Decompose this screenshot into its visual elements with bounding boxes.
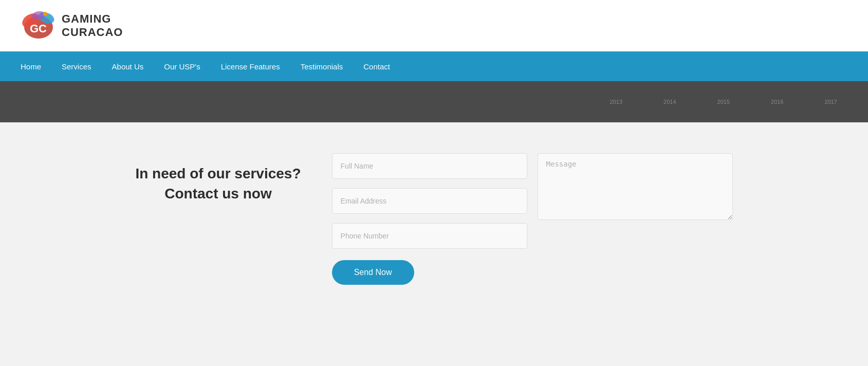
contact-heading-line1: In need of our services?	[135, 166, 301, 181]
message-textarea[interactable]	[538, 153, 733, 220]
nav-bar: Home Services About Us Our USP's License…	[0, 51, 868, 81]
svg-text:GC: GC	[30, 22, 47, 35]
timeline-year-2017: 2017	[825, 99, 837, 105]
timeline-year-2014: 2014	[663, 99, 676, 105]
form-left: Send Now	[332, 153, 527, 285]
svg-point-5	[47, 15, 50, 19]
site-header: GC GAMING CURACAO	[0, 0, 868, 51]
nav-item-about-us[interactable]: About Us	[112, 62, 144, 71]
contact-heading: In need of our services? Contact us now	[135, 153, 301, 204]
full-name-input[interactable]	[332, 153, 527, 179]
logo-line1: GAMING	[62, 12, 123, 26]
timeline-bar: 2013 2014 2015 2016 2017	[0, 81, 868, 122]
nav-item-testimonials[interactable]: Testimonials	[301, 62, 343, 71]
timeline-years: 2013 2014 2015 2016 2017	[610, 99, 837, 105]
nav-item-services[interactable]: Services	[62, 62, 91, 71]
logo-icon: GC	[21, 8, 57, 44]
nav-item-license-features[interactable]: License Features	[221, 62, 280, 71]
phone-input[interactable]	[332, 223, 527, 249]
logo-text: GAMING CURACAO	[62, 12, 123, 40]
logo-line2: CURACAO	[62, 26, 123, 39]
logo-container: GC GAMING CURACAO	[21, 8, 123, 44]
nav-item-home[interactable]: Home	[21, 62, 41, 71]
nav-item-contact[interactable]: Contact	[363, 62, 390, 71]
nav-item-our-usps[interactable]: Our USP's	[164, 62, 200, 71]
send-button[interactable]: Send Now	[332, 260, 414, 285]
timeline-year-2015: 2015	[717, 99, 730, 105]
form-right	[538, 153, 733, 222]
contact-heading-line2: Contact us now	[164, 186, 271, 202]
contact-form-area: Send Now	[332, 153, 733, 285]
contact-section: In need of our services? Contact us now …	[0, 122, 868, 328]
timeline-year-2013: 2013	[610, 99, 622, 105]
svg-point-4	[43, 12, 47, 16]
timeline-year-2016: 2016	[771, 99, 783, 105]
email-input[interactable]	[332, 188, 527, 214]
